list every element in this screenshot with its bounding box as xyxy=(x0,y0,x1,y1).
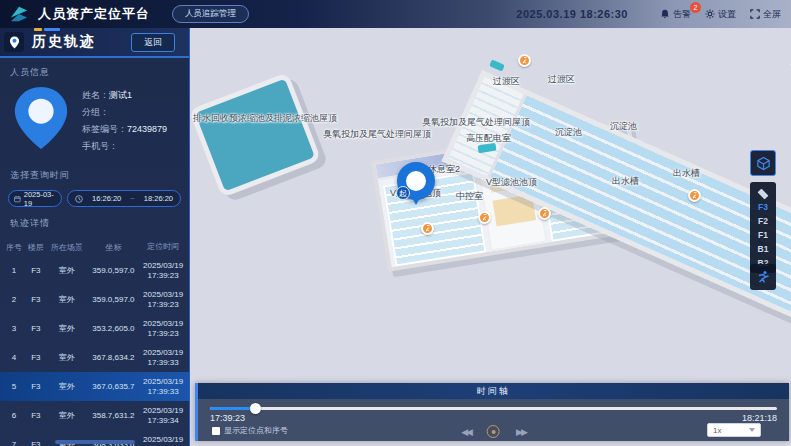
patrol-marker-icon[interactable] xyxy=(688,189,701,202)
table-horizontal-scrollbar[interactable] xyxy=(55,440,135,444)
timeline-progress xyxy=(210,407,255,410)
track-table: 序号 楼层 所在场景 坐标 定位时间 1 F3 室外 359.0,597.0 2… xyxy=(0,238,189,446)
map-label: 沉淀池 xyxy=(610,120,637,133)
map-label: 出水槽 xyxy=(673,167,700,180)
alarm-button[interactable]: 告警 2 xyxy=(660,8,691,21)
running-person-icon xyxy=(756,270,770,284)
bell-icon xyxy=(660,9,670,19)
track-row[interactable]: 1 F3 室外 359.0,597.0 2025/03/1917:39:23 xyxy=(0,256,189,285)
map-label: 排水回收预浓缩池及排泥浓缩池屋顶 xyxy=(193,112,337,125)
header-datetime: 2025.03.19 18:26:30 xyxy=(516,8,628,20)
map-label: 中控室 xyxy=(456,190,483,203)
patrol-marker-icon[interactable] xyxy=(478,211,491,224)
track-detail-title: 轨迹详情 xyxy=(0,209,189,234)
time-end-value: 18:26:20 xyxy=(144,194,173,203)
person-card: 姓名：测试1 分组： 标签编号：72439879 手机号： xyxy=(0,83,189,161)
forward-button[interactable]: ▶▶ xyxy=(516,427,526,437)
field-name: 姓名：测试1 xyxy=(82,87,167,104)
patrol-marker-icon[interactable] xyxy=(538,207,551,220)
date-picker[interactable]: 2025-03-19 xyxy=(8,190,62,207)
checkbox-icon xyxy=(212,427,220,435)
teal-equipment-chip xyxy=(489,59,505,71)
clock-icon xyxy=(75,195,83,203)
track-row-selected[interactable]: 5 F3 室外 367.0,635.7 2025/03/1917:39:33 xyxy=(0,372,189,401)
map-label: 沉淀池 xyxy=(555,126,582,139)
alarm-label: 告警 xyxy=(673,8,691,21)
brand-logo-icon xyxy=(8,5,30,23)
field-group: 分组： xyxy=(82,104,167,121)
map-label: 高压配电室 xyxy=(466,132,511,145)
checkbox-label: 显示定位点和序号 xyxy=(224,425,288,436)
view-3d-toggle-button[interactable] xyxy=(750,150,776,176)
timeline-start-time: 17:39:23 xyxy=(210,413,245,423)
person-marker-tail xyxy=(412,198,420,205)
top-header: 人员资产定位平台 人员追踪管理 2025.03.19 18:26:30 告警 2… xyxy=(0,0,791,28)
settings-button[interactable]: 设置 xyxy=(705,8,736,21)
rewind-button[interactable]: ◀◀ xyxy=(461,427,471,437)
timeline-title: 时间轴 xyxy=(198,383,789,399)
alarm-badge: 2 xyxy=(690,2,701,13)
field-phone: 手机号： xyxy=(82,138,167,155)
panel-header: 历史轨迹 返回 xyxy=(0,28,189,58)
track-row[interactable]: 6 F3 室外 358.7,631.2 2025/03/1917:39:34 xyxy=(0,401,189,430)
track-start-badge: 起 xyxy=(396,186,410,200)
layers-icon[interactable] xyxy=(757,186,769,198)
map-label: 过渡区 xyxy=(548,73,575,86)
date-value: 2025-03-19 xyxy=(24,190,56,208)
pin-badge-icon xyxy=(4,32,24,52)
query-time-title: 选择查询时间 xyxy=(0,161,189,186)
timeline-slider-track[interactable] xyxy=(210,407,777,410)
patrol-marker-icon[interactable] xyxy=(421,222,434,235)
chevron-down-icon xyxy=(749,428,755,432)
track-row[interactable]: 4 F3 室外 367.8,634.2 2025/03/1917:39:33 xyxy=(0,343,189,372)
track-row[interactable]: 3 F3 室外 353.2,605.0 2025/03/1917:39:23 xyxy=(0,314,189,343)
fullscreen-icon xyxy=(750,9,760,19)
timeline-end-time: 18:21:18 xyxy=(742,413,777,423)
app-title: 人员资产定位平台 xyxy=(38,5,150,23)
time-range-separator: ~ xyxy=(130,194,134,203)
map-3d-view[interactable]: 排水回收预浓缩池及排泥浓缩池屋顶 臭氧投加及尾气处理间屋顶 臭氧投加及尾气处理间… xyxy=(190,28,791,446)
stop-record-button[interactable] xyxy=(487,425,500,438)
time-start-value: 16:26:20 xyxy=(92,194,121,203)
floor-item-b1[interactable]: B1 xyxy=(750,242,776,256)
patrol-marker-icon[interactable] xyxy=(518,54,531,67)
gear-icon xyxy=(705,9,715,19)
person-info-title: 人员信息 xyxy=(0,58,189,83)
playback-speed-select[interactable]: 1x xyxy=(707,423,761,437)
map-label: V型滤池池顶 xyxy=(486,176,537,189)
history-track-panel: 历史轨迹 返回 人员信息 姓名：测试1 分组： 标签编号：72439879 xyxy=(0,28,190,446)
speed-value: 1x xyxy=(713,426,721,435)
tab-person-tracking[interactable]: 人员追踪管理 xyxy=(172,5,249,23)
time-range-picker[interactable]: 16:26:20 ~ 18:26:20 xyxy=(67,190,181,207)
back-button[interactable]: 返回 xyxy=(131,33,175,52)
track-row[interactable]: 2 F3 室外 359.0,597.0 2025/03/1917:39:23 xyxy=(0,285,189,314)
show-points-checkbox[interactable]: 显示定位点和序号 xyxy=(212,425,288,436)
person-avatar-pin-icon xyxy=(10,85,72,151)
map-label: 出水槽 xyxy=(612,175,639,188)
settings-label: 设置 xyxy=(718,8,736,21)
floor-item-f3[interactable]: F3 xyxy=(750,200,776,214)
timeline-panel: 时间轴 17:39:23 18:21:18 显示定位点和序号 ◀◀ ▶▶ xyxy=(195,383,789,441)
person-location-marker[interactable]: 起 xyxy=(397,162,435,206)
building-drain-recovery-pool[interactable] xyxy=(190,72,321,198)
calendar-icon xyxy=(14,195,21,203)
title-decoration xyxy=(34,28,60,31)
map-label: 臭氧投加及尾气处理间屋顶 xyxy=(323,128,431,141)
fullscreen-label: 全屏 xyxy=(763,8,781,21)
track-table-header: 序号 楼层 所在场景 坐标 定位时间 xyxy=(0,238,189,256)
map-label: 臭氧投加及尾气处理间屋顶 xyxy=(422,116,530,129)
person-tracking-button[interactable] xyxy=(750,264,776,290)
fullscreen-button[interactable]: 全屏 xyxy=(750,8,781,21)
floor-item-f2[interactable]: F2 xyxy=(750,214,776,228)
cube-icon xyxy=(756,156,771,171)
app-window: 人员资产定位平台 人员追踪管理 2025.03.19 18:26:30 告警 2… xyxy=(0,0,791,446)
floor-item-f1[interactable]: F1 xyxy=(750,228,776,242)
floor-selector: F3 F2 F1 B1 B2 xyxy=(750,182,776,273)
field-tag-number: 标签编号：72439879 xyxy=(82,121,167,138)
panel-title: 历史轨迹 xyxy=(32,33,96,51)
map-label: 过渡区 xyxy=(493,75,520,88)
